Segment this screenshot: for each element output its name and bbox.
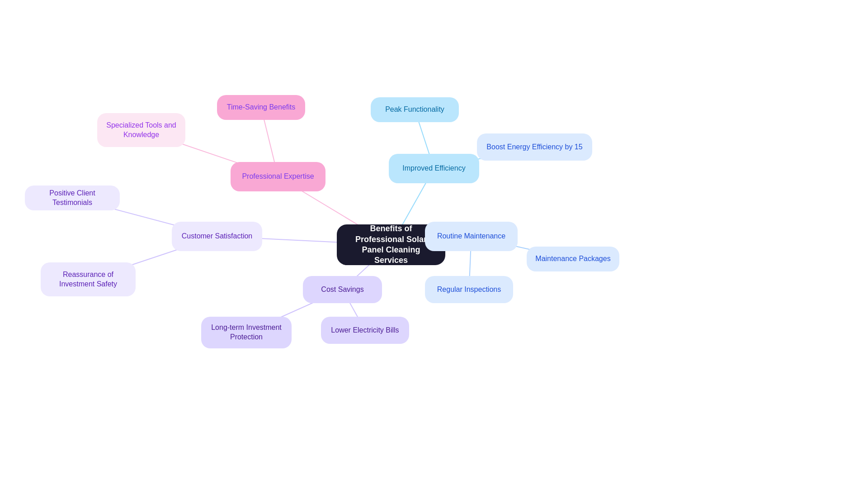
- time-saving-node: Time-Saving Benefits: [217, 95, 305, 120]
- positive-testimonials-node: Positive Client Testimonials: [25, 186, 120, 210]
- maintenance-packages-node: Maintenance Packages: [527, 247, 619, 271]
- professional-expertise-node: Professional Expertise: [231, 162, 326, 191]
- regular-inspections-node: Regular Inspections: [425, 276, 513, 303]
- long-term-investment-node: Long-term Investment Protection: [201, 317, 292, 348]
- cost-savings-node: Cost Savings: [303, 276, 382, 303]
- reassurance-node: Reassurance of Investment Safety: [41, 262, 136, 296]
- customer-satisfaction-node: Customer Satisfaction: [172, 222, 262, 251]
- specialized-tools-node: Specialized Tools and Knowledge: [97, 113, 185, 147]
- improved-efficiency-node: Improved Efficiency: [389, 154, 479, 183]
- lower-electricity-node: Lower Electricity Bills: [321, 317, 409, 344]
- boost-energy-node: Boost Energy Efficiency by 15: [477, 133, 592, 161]
- peak-functionality-node: Peak Functionality: [371, 97, 459, 122]
- routine-maintenance-node: Routine Maintenance: [425, 222, 518, 251]
